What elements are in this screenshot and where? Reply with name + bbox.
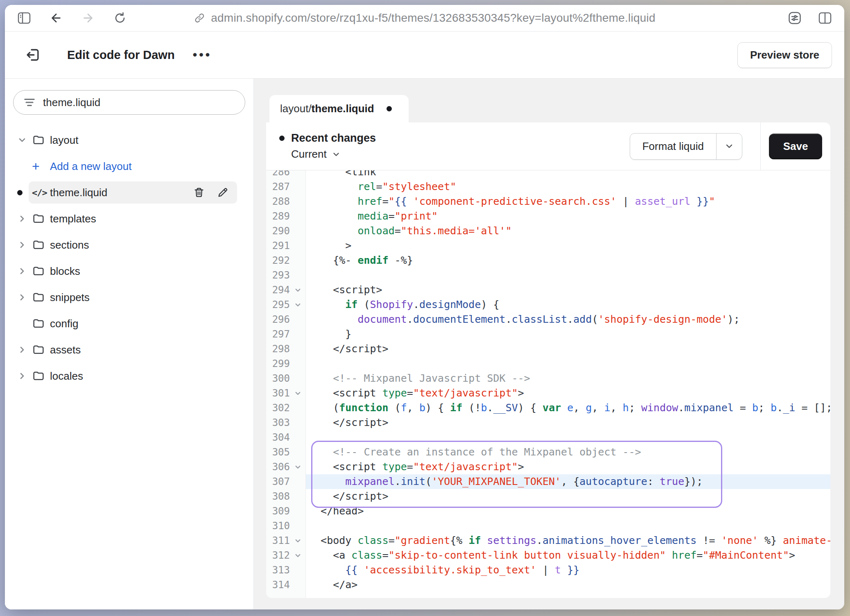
reload-icon[interactable] [113, 11, 127, 25]
fold-spacer [290, 504, 306, 519]
line-number: 299 [266, 356, 290, 371]
code-text: <a class="skip-to-content-link button vi… [306, 548, 830, 563]
line-number: 302 [266, 401, 290, 415]
version-dropdown[interactable]: Current [291, 148, 376, 161]
code-line-310[interactable]: 310 [266, 519, 830, 533]
line-number: 314 [266, 578, 290, 592]
sidebar-folder-snippets[interactable]: snippets [13, 284, 245, 310]
fold-chevron-icon[interactable] [290, 548, 306, 563]
code-line-293[interactable]: 293 [266, 268, 830, 283]
code-line-300[interactable]: 300 <!-- Mixpanel Javascript SDK --> [266, 371, 830, 386]
fold-spacer [290, 563, 306, 578]
sidebar-folder-assets[interactable]: assets [13, 337, 245, 363]
fold-chevron-icon[interactable] [290, 297, 306, 312]
back-icon[interactable] [49, 11, 63, 25]
code-line-289[interactable]: 289 media="print" [266, 209, 830, 224]
code-line-290[interactable]: 290 onload="this.media='all'" [266, 224, 830, 238]
sidebar-action-add-a-new-layout[interactable]: +Add a new layout [13, 153, 245, 179]
sidebar-file-theme-liquid[interactable]: </>theme.liquid [13, 179, 245, 206]
code-text: <!-- Mixpanel Javascript SDK --> [306, 371, 830, 386]
code-line-309[interactable]: 309 </head> [266, 504, 830, 519]
editor-column: layout/theme.liquid Recent changes Curre… [254, 79, 844, 609]
fold-chevron-icon[interactable] [290, 283, 306, 297]
code-line-288[interactable]: 288 href="{{ 'component-predictive-searc… [266, 194, 830, 209]
fold-spacer [290, 519, 306, 533]
code-line-291[interactable]: 291 > [266, 238, 830, 253]
code-line-312[interactable]: 312 <a class="skip-to-content-link butto… [266, 548, 830, 563]
address-bar[interactable]: admin.shopify.com/store/rzq1xu-f5/themes… [194, 11, 655, 25]
folder-icon [32, 134, 45, 147]
code-line-305[interactable]: 305 <!-- Create an instance of the Mixpa… [266, 445, 830, 460]
chevron-right-icon [17, 214, 27, 224]
folder-icon [32, 134, 50, 147]
code-line-308[interactable]: 308 </script> [266, 489, 830, 504]
code-editor[interactable]: 286 <link287 rel="stylesheet"288 href="{… [266, 170, 830, 598]
fold-chevron-icon[interactable] [290, 386, 306, 401]
code-line-292[interactable]: 292 {%- endif -%} [266, 253, 830, 268]
line-number: 294 [266, 283, 290, 297]
page-settings-icon[interactable] [788, 11, 802, 25]
line-number: 309 [266, 504, 290, 519]
exit-editor-icon[interactable] [25, 46, 43, 64]
code-line-299[interactable]: 299 [266, 356, 830, 371]
fold-chevron-icon[interactable] [290, 533, 306, 548]
format-options-caret[interactable] [716, 134, 742, 159]
code-line-296[interactable]: 296 document.documentElement.classList.a… [266, 312, 830, 327]
chevron-right-icon[interactable] [17, 266, 32, 276]
code-line-303[interactable]: 303 </script> [266, 415, 830, 430]
file-sidebar: theme.liquid layout+Add a new layout</>t… [5, 79, 254, 609]
fold-spacer [290, 312, 306, 327]
chevron-right-icon[interactable] [17, 214, 32, 224]
chevron-right-icon[interactable] [17, 240, 32, 250]
code-line-286[interactable]: 286 <link [266, 170, 830, 179]
code-line-297[interactable]: 297 } [266, 327, 830, 342]
delete-file-icon[interactable] [193, 186, 205, 199]
format-liquid-button[interactable]: Format liquid [630, 133, 742, 160]
fold-chevron-icon [294, 286, 302, 294]
code-line-295[interactable]: 295 if (Shopify.designMode) { [266, 297, 830, 312]
code-line-287[interactable]: 287 rel="stylesheet" [266, 179, 830, 194]
code-line-298[interactable]: 298 </script> [266, 342, 830, 356]
format-liquid-label: Format liquid [630, 134, 716, 159]
code-line-311[interactable]: 311 <body class="gradient{% if settings.… [266, 533, 830, 548]
filter-icon [23, 97, 36, 108]
line-number: 300 [266, 371, 290, 386]
line-number: 288 [266, 194, 290, 209]
sidebar-folder-sections[interactable]: sections [13, 232, 245, 258]
chevron-right-icon[interactable] [17, 292, 32, 302]
line-number: 287 [266, 179, 290, 194]
code-text: href="{{ 'component-predictive-search.cs… [306, 194, 830, 209]
code-line-301[interactable]: 301 <script type="text/javascript"> [266, 386, 830, 401]
chevron-right-icon[interactable] [17, 345, 32, 355]
line-number: 312 [266, 548, 290, 563]
folder-icon [32, 291, 45, 304]
split-view-icon[interactable] [818, 11, 832, 25]
chevron-right-icon [17, 240, 27, 250]
forward-icon[interactable] [81, 11, 95, 25]
sidebar-panel-icon[interactable] [17, 11, 31, 25]
plus-icon: + [32, 159, 50, 174]
fold-spacer [290, 356, 306, 371]
chevron-right-icon[interactable] [17, 371, 32, 381]
sidebar-folder-locales[interactable]: locales [13, 363, 245, 389]
sidebar-folder-templates[interactable]: templates [13, 206, 245, 232]
code-line-314[interactable]: 314 </a> [266, 578, 830, 592]
save-button[interactable]: Save [769, 134, 823, 159]
code-line-307[interactable]: 307 mixpanel.init('YOUR_MIXPANEL_TOKEN',… [266, 474, 830, 489]
code-line-294[interactable]: 294 <script> [266, 283, 830, 297]
preview-store-button[interactable]: Preview store [737, 42, 832, 68]
folder-icon [32, 317, 45, 330]
code-line-306[interactable]: 306 <script type="text/javascript"> [266, 460, 830, 474]
code-line-302[interactable]: 302 (function (f, b) { if (!b.__SV) { va… [266, 401, 830, 415]
sidebar-folder-layout[interactable]: layout [13, 127, 245, 153]
sidebar-folder-config[interactable]: config [13, 310, 245, 337]
tab-theme-liquid[interactable]: layout/theme.liquid [269, 95, 409, 122]
chevron-down-icon[interactable] [17, 135, 32, 145]
file-search-input[interactable]: theme.liquid [13, 90, 245, 115]
fold-chevron-icon[interactable] [290, 460, 306, 474]
rename-file-icon[interactable] [217, 186, 229, 199]
code-line-304[interactable]: 304 [266, 430, 830, 445]
sidebar-folder-blocks[interactable]: blocks [13, 258, 245, 284]
code-text: (function (f, b) { if (!b.__SV) { var e,… [306, 401, 830, 415]
code-line-313[interactable]: 313 {{ 'accessibility.skip_to_text' | t … [266, 563, 830, 578]
